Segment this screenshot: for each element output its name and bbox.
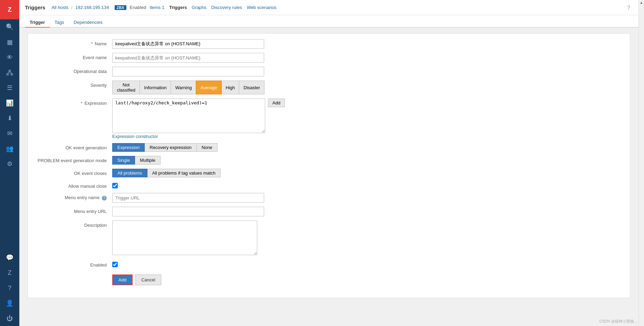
help-icon[interactable]: ?	[627, 5, 630, 11]
form-area: * Name Event name Operational data	[19, 28, 638, 326]
event-name-input[interactable]	[112, 53, 264, 63]
allow-manual-close-row: Allow manual close	[36, 181, 622, 189]
severity-disaster[interactable]: Disaster	[239, 81, 265, 94]
enabled-label: Enabled	[36, 260, 112, 268]
sidebar-network-icon[interactable]	[0, 65, 19, 80]
form-actions: Add Cancel	[112, 274, 264, 285]
ok-event-generation-field: Expression Recovery expression None	[112, 143, 264, 152]
description-row: Description	[36, 221, 622, 256]
sidebar-download-icon[interactable]: ⬇	[0, 111, 19, 126]
sidebar-chart-icon[interactable]: 📊	[0, 95, 19, 111]
severity-label: Severity	[36, 81, 112, 88]
form-actions-row: Add Cancel	[36, 272, 622, 285]
menu-entry-url-input[interactable]	[112, 207, 264, 216]
nav-graphs[interactable]: Graphs	[190, 5, 208, 10]
tab-tags[interactable]: Tags	[50, 18, 69, 28]
form-actions-spacer	[36, 272, 112, 274]
ok-event-expression-btn[interactable]: Expression	[112, 143, 145, 152]
problem-event-mode-field: Single Multiple	[112, 156, 264, 165]
operational-data-input[interactable]	[112, 67, 264, 76]
tab-dependencies[interactable]: Dependencies	[69, 18, 107, 28]
sidebar-search-icon[interactable]: 🔍	[0, 19, 19, 35]
sidebar-help-icon[interactable]: ?	[0, 280, 19, 296]
event-name-row: Event name	[36, 53, 622, 63]
name-required-star: *	[91, 41, 93, 46]
ok-event-none-btn[interactable]: None	[196, 143, 218, 152]
enabled-row: Enabled	[36, 260, 622, 268]
cancel-button[interactable]: Cancel	[135, 274, 161, 285]
severity-average[interactable]: Average	[196, 81, 221, 94]
severity-warning[interactable]: Warning	[171, 81, 196, 94]
description-textarea[interactable]	[112, 221, 257, 255]
allow-manual-close-wrap	[112, 181, 264, 188]
ok-closes-all-btn[interactable]: All problems	[112, 169, 147, 177]
sidebar-users-icon[interactable]: 👥	[0, 141, 19, 156]
ok-event-closes-group: All problems All problems if tag values …	[112, 169, 264, 177]
nav-web-scenarios[interactable]: Web scenarios	[246, 5, 278, 10]
sidebar-user-icon[interactable]: 👤	[0, 296, 19, 311]
scroll-up-icon[interactable]: ▲	[640, 1, 643, 4]
sidebar-logo[interactable]: Z	[0, 0, 19, 19]
menu-entry-name-help-icon[interactable]: ?	[102, 196, 107, 201]
severity-high[interactable]: High	[221, 81, 240, 94]
severity-not-classified[interactable]: Not classified	[112, 81, 140, 94]
form-actions-field: Add Cancel	[112, 272, 264, 285]
menu-entry-name-label: Menu entry name ?	[36, 193, 112, 201]
form-section: * Name Event name Operational data	[28, 33, 630, 298]
menu-entry-name-input[interactable]	[112, 193, 264, 203]
nav-items[interactable]: Items 1	[148, 5, 166, 10]
sidebar-list-icon[interactable]: ☰	[0, 80, 19, 95]
name-label: * Name	[36, 39, 112, 46]
breadcrumb-all-hosts[interactable]: All hosts	[51, 5, 68, 10]
svg-point-2	[11, 74, 13, 75]
ok-event-generation-label: OK event generation	[36, 143, 112, 150]
event-name-field	[112, 53, 264, 63]
problem-single-btn[interactable]: Single	[112, 156, 135, 165]
expression-constructor-link[interactable]: Expression constructor	[112, 134, 285, 139]
logo-letter: Z	[8, 6, 12, 13]
ok-closes-tag-btn[interactable]: All problems if tag values match	[147, 169, 221, 177]
expression-add-button[interactable]: Add	[268, 99, 285, 107]
sidebar-mail-icon[interactable]: ✉	[0, 126, 19, 141]
allow-manual-close-checkbox[interactable]	[112, 183, 118, 188]
name-input[interactable]	[112, 39, 264, 49]
severity-information[interactable]: Information	[140, 81, 171, 94]
expression-field: last(/haproxy2/check_keepalived)=1 Add E…	[112, 99, 285, 139]
name-row: * Name	[36, 39, 622, 49]
sidebar-power-icon[interactable]: ⏻	[0, 311, 19, 326]
tab-trigger[interactable]: Trigger	[25, 18, 50, 28]
add-button[interactable]: Add	[112, 274, 133, 285]
sidebar-settings-icon[interactable]: ⚙	[0, 156, 19, 171]
nav-triggers[interactable]: Triggers	[168, 5, 188, 10]
severity-row: Severity Not classified Information Warn…	[36, 81, 622, 94]
expression-wrap: last(/haproxy2/check_keepalived)=1 Add	[112, 99, 285, 133]
sidebar-monitoring-icon[interactable]: 👁	[0, 50, 19, 65]
sidebar-zabbix-icon[interactable]: Z	[0, 265, 19, 280]
ok-event-generation-group: Expression Recovery expression None	[112, 143, 264, 152]
allow-manual-close-field	[112, 181, 264, 188]
svg-line-3	[8, 72, 10, 74]
problem-multiple-btn[interactable]: Multiple	[135, 156, 161, 165]
breadcrumb-host-ip[interactable]: 192.168.195.134	[75, 5, 109, 10]
expression-textarea[interactable]: last(/haproxy2/check_keepalived)=1	[112, 99, 265, 133]
operational-data-label: Operational data	[36, 67, 112, 74]
tab-navigation: Trigger Tags Dependencies	[19, 15, 638, 28]
problem-event-mode-group: Single Multiple	[112, 156, 264, 165]
sidebar-dashboard-icon[interactable]: ▦	[0, 35, 19, 50]
breadcrumb-enabled: Enabled	[130, 5, 146, 10]
severity-field: Not classified Information Warning Avera…	[112, 81, 264, 94]
expr-required-star: *	[81, 101, 83, 106]
allow-manual-close-label: Allow manual close	[36, 181, 112, 189]
svg-line-4	[10, 72, 12, 74]
ok-event-closes-field: All problems All problems if tag values …	[112, 169, 264, 177]
menu-entry-name-row: Menu entry name ?	[36, 193, 622, 203]
problem-event-mode-row: PROBLEM event generation mode Single Mul…	[36, 156, 622, 165]
enabled-checkbox[interactable]	[112, 262, 118, 267]
enabled-wrap	[112, 260, 264, 267]
ok-event-recovery-btn[interactable]: Recovery expression	[144, 143, 196, 152]
main-content: ? Triggers All hosts / 192.168.195.134 Z…	[19, 0, 638, 326]
sidebar-chat-icon[interactable]: 💬	[0, 250, 19, 265]
name-field	[112, 39, 264, 49]
breadcrumb-sep1: /	[71, 5, 73, 10]
nav-discovery-rules[interactable]: Discovery rules	[210, 5, 243, 10]
